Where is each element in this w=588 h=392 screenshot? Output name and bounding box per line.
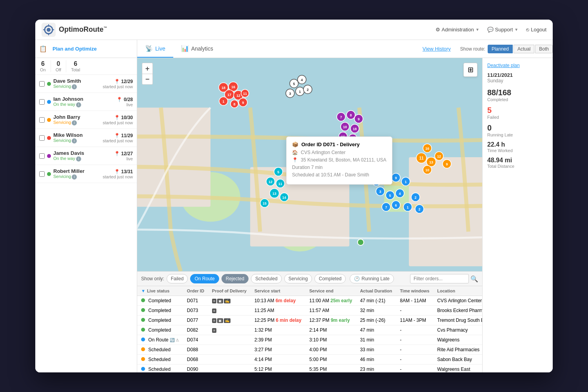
svg-text:3: 3 (289, 92, 291, 96)
driver-info-icon-1[interactable]: i (76, 102, 81, 107)
deactivate-link[interactable]: Deactivate plan (487, 63, 548, 68)
status-text-5: Scheduled (148, 347, 171, 352)
driver-meta-1: 📍 0/28 live (116, 97, 133, 107)
col-service-start[interactable]: Service start (250, 286, 305, 296)
stat-failed: 5 Failed (487, 106, 548, 120)
svg-text:9: 9 (242, 101, 244, 105)
filter-search-input[interactable] (410, 274, 469, 283)
plan-optimize-label: Plan and Optimize (49, 46, 100, 52)
filter-on-route-btn[interactable]: On Route (190, 274, 219, 283)
cell-orderid-2: D077 (183, 316, 208, 325)
filter-scheduled-btn[interactable]: Scheduled (251, 274, 282, 283)
svg-text:11: 11 (278, 182, 282, 186)
driver-info-icon-4[interactable]: i (76, 156, 81, 162)
cell-pod-4 (208, 335, 250, 345)
cell-end-3: 2:14 PM (305, 325, 356, 335)
map-pin-group-1: 18 16 17 12 11 1 8 9 (216, 80, 270, 113)
map-container[interactable]: + − ⊞ 18 16 17 (137, 58, 482, 271)
orders-table-container[interactable]: ▼Live status Order ID Proof of Delivery … (137, 286, 482, 372)
svg-text:5: 5 (277, 170, 279, 174)
col-pod[interactable]: Proof of Delivery (208, 286, 250, 296)
driver-orders-5: 📍 13/31 (103, 169, 133, 174)
driver-item-2[interactable]: John Barry Servicingi 📍 10/30 started ju… (35, 111, 137, 129)
filter-rejected-btn[interactable]: Rejected (221, 274, 249, 283)
table-row[interactable]: On Route 🔄 ⚠ D074 2:39 PM 3:10 PM 31 min… (137, 335, 482, 345)
driver-checkbox-4[interactable] (39, 153, 45, 159)
table-row[interactable]: Scheduled D088 3:27 PM 4:00 PM 33 min - … (137, 345, 482, 355)
table-row[interactable]: Scheduled D090 5:12 PM 5:35 PM 23 min - … (137, 365, 482, 373)
analytics-label: Analytics (191, 45, 213, 52)
cell-end-2: 12:37 PM 9m early (305, 316, 356, 325)
planned-btn[interactable]: Planned (488, 45, 513, 53)
tooltip-store-icon: 🏠 (292, 150, 298, 155)
driver-orders-3: 📍 11/29 (103, 133, 133, 138)
table-row[interactable]: Scheduled D068 4:14 PM 5:00 PM 46 min - … (137, 355, 482, 365)
col-time-windows[interactable]: Time windows (396, 286, 433, 296)
svg-text:13: 13 (429, 160, 433, 164)
table-row[interactable]: Completed D077 ≡▣✍ 12:25 PM 6 min delay … (137, 316, 482, 325)
driver-info-icon-3[interactable]: i (72, 138, 77, 143)
total-dist-num: 48.94 mi (487, 157, 548, 164)
driver-item-3[interactable]: Mike Wilson Servicingi 📍 11/29 started j… (35, 129, 137, 147)
cell-orderid-0: D071 (183, 296, 208, 306)
zoom-out-btn[interactable]: − (142, 74, 153, 85)
logout-nav-item[interactable]: ⎋ Logout (526, 27, 546, 33)
cell-windows-2: 11AM - 3PM (396, 316, 433, 325)
driver-checkbox-3[interactable] (39, 135, 45, 141)
table-row[interactable]: Completed D073 ≡ 11:25 AM 11:57 AM 32 mi… (137, 306, 482, 316)
filter-servicing-btn[interactable]: Servicing (284, 274, 312, 283)
cell-windows-5: - (396, 345, 433, 355)
actual-btn[interactable]: Actual (514, 45, 534, 53)
driver-item-1[interactable]: Ian Johnson On the wayi 📍 0/28 live (35, 93, 137, 111)
both-btn[interactable]: Both (535, 45, 553, 53)
filter-completed-btn[interactable]: Completed (314, 274, 346, 283)
driver-list: Dave Smith Servicingi 📍 12/29 started ju… (35, 75, 137, 372)
col-orderid[interactable]: Order ID (183, 286, 208, 296)
col-status[interactable]: ▼Live status (137, 286, 183, 296)
map-controls: + − (142, 63, 153, 85)
show-route-row: Show route: Planned Actual Both (460, 45, 553, 53)
admin-nav-item[interactable]: ⚙ Administration ▼ (436, 27, 479, 33)
col-location[interactable]: Location (433, 286, 482, 296)
filter-running-late-btn[interactable]: 🕐 Running Late (350, 274, 394, 283)
driver-item-0[interactable]: Dave Smith Servicingi 📍 12/29 started ju… (35, 75, 137, 93)
driver-checkbox-2[interactable] (39, 117, 45, 123)
tab-analytics[interactable]: 📊 Analytics (173, 40, 221, 58)
header-nav: ⚙ Administration ▼ 💬 Support ▼ ⎋ Logout (436, 27, 547, 33)
map-layers-btn[interactable]: ⊞ (463, 63, 477, 77)
status-dot-6 (141, 357, 145, 361)
table-row[interactable]: Completed D082 ≡ 1:32 PM 2:14 PM 47 min … (137, 325, 482, 335)
live-label: Live (155, 45, 165, 52)
logout-icon: ⎋ (526, 27, 529, 33)
driver-info-icon-2[interactable]: i (72, 120, 77, 125)
driver-name-4: James Davis (53, 150, 112, 156)
svg-text:5: 5 (293, 82, 295, 86)
svg-text:1: 1 (299, 90, 301, 94)
cell-end-0: 11:00 AM 25m early (305, 296, 356, 306)
admin-gear-icon: ⚙ (436, 27, 440, 33)
stat-on-label: On (40, 67, 46, 72)
cell-status-5: Scheduled (137, 345, 183, 355)
zoom-in-btn[interactable]: + (142, 63, 153, 74)
driver-item-4[interactable]: James Davis On the wayi 📍 12/27 live (35, 147, 137, 165)
tab-live[interactable]: 📡 Live (137, 40, 173, 58)
driver-checkbox-1[interactable] (39, 99, 45, 105)
col-service-end[interactable]: Service end (305, 286, 356, 296)
view-history-link[interactable]: View History (423, 46, 451, 52)
driver-checkbox-0[interactable] (39, 81, 45, 87)
col-duration[interactable]: Actual Duration (356, 286, 396, 296)
filter-failed-btn[interactable]: Failed (167, 274, 188, 283)
table-row[interactable]: Completed D071 ≡▣✍ 10:13 AM 6m delay 11:… (137, 296, 482, 306)
driver-meta-5: 📍 13/31 started just now (103, 169, 133, 179)
driver-info-icon-5[interactable]: i (72, 174, 77, 180)
driver-status-5: Servicingi (53, 174, 100, 180)
driver-info-icon-0[interactable]: i (72, 84, 77, 89)
driver-item-5[interactable]: Robert Miller Servicingi 📍 13/31 started… (35, 165, 137, 183)
cell-start-7: 5:12 PM (250, 365, 305, 373)
driver-status-1: On the wayi (53, 102, 114, 107)
running-late-num: 0 (487, 123, 548, 132)
support-nav-item[interactable]: 💬 Support ▼ (487, 27, 518, 33)
svg-rect-15 (137, 108, 211, 207)
cell-orderid-7: D090 (183, 365, 208, 373)
driver-checkbox-5[interactable] (39, 171, 45, 177)
